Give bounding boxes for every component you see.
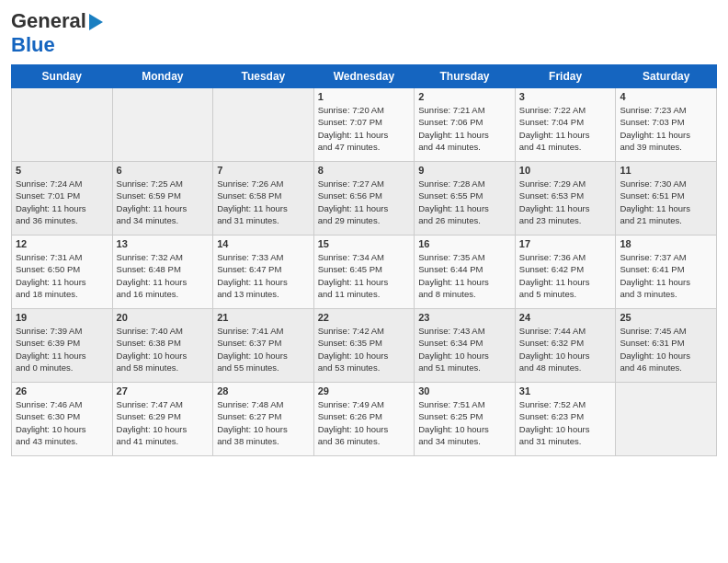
calendar-cell: 2Sunrise: 7:21 AM Sunset: 7:06 PM Daylig… bbox=[415, 88, 516, 162]
calendar-cell: 8Sunrise: 7:27 AM Sunset: 6:56 PM Daylig… bbox=[313, 162, 415, 236]
calendar-header-row: SundayMondayTuesdayWednesdayThursdayFrid… bbox=[12, 65, 717, 88]
header: General Blue bbox=[11, 9, 717, 57]
calendar-cell: 11Sunrise: 7:30 AM Sunset: 6:51 PM Dayli… bbox=[616, 162, 717, 236]
day-info: Sunrise: 7:26 AM Sunset: 6:58 PM Dayligh… bbox=[217, 178, 310, 226]
day-info: Sunrise: 7:29 AM Sunset: 6:53 PM Dayligh… bbox=[519, 178, 612, 226]
day-number: 6 bbox=[117, 165, 210, 176]
calendar-cell: 22Sunrise: 7:42 AM Sunset: 6:35 PM Dayli… bbox=[313, 309, 415, 383]
day-number: 4 bbox=[620, 91, 712, 102]
day-number: 28 bbox=[217, 385, 310, 396]
calendar-cell: 23Sunrise: 7:43 AM Sunset: 6:34 PM Dayli… bbox=[415, 309, 516, 383]
day-number: 30 bbox=[418, 385, 511, 396]
day-info: Sunrise: 7:37 AM Sunset: 6:41 PM Dayligh… bbox=[620, 251, 712, 300]
calendar-cell: 13Sunrise: 7:32 AM Sunset: 6:48 PM Dayli… bbox=[112, 236, 213, 309]
calendar-cell: 24Sunrise: 7:44 AM Sunset: 6:32 PM Dayli… bbox=[515, 309, 616, 383]
day-info: Sunrise: 7:23 AM Sunset: 7:03 PM Dayligh… bbox=[620, 104, 712, 153]
calendar-cell: 18Sunrise: 7:37 AM Sunset: 6:41 PM Dayli… bbox=[616, 236, 717, 309]
calendar-cell bbox=[616, 383, 717, 456]
day-info: Sunrise: 7:35 AM Sunset: 6:44 PM Dayligh… bbox=[418, 251, 511, 300]
calendar-cell: 6Sunrise: 7:25 AM Sunset: 6:59 PM Daylig… bbox=[112, 162, 213, 236]
calendar-cell: 14Sunrise: 7:33 AM Sunset: 6:47 PM Dayli… bbox=[213, 236, 314, 309]
calendar-cell: 20Sunrise: 7:40 AM Sunset: 6:38 PM Dayli… bbox=[112, 309, 213, 383]
calendar-cell: 25Sunrise: 7:45 AM Sunset: 6:31 PM Dayli… bbox=[616, 309, 717, 383]
day-info: Sunrise: 7:33 AM Sunset: 6:47 PM Dayligh… bbox=[217, 251, 310, 300]
day-info: Sunrise: 7:31 AM Sunset: 6:50 PM Dayligh… bbox=[16, 251, 108, 300]
day-number: 7 bbox=[217, 165, 310, 176]
day-header-sunday: Sunday bbox=[12, 65, 113, 88]
calendar-cell: 30Sunrise: 7:51 AM Sunset: 6:25 PM Dayli… bbox=[415, 383, 516, 456]
calendar-cell: 27Sunrise: 7:47 AM Sunset: 6:29 PM Dayli… bbox=[112, 383, 213, 456]
day-info: Sunrise: 7:40 AM Sunset: 6:38 PM Dayligh… bbox=[117, 325, 210, 373]
day-number: 16 bbox=[418, 238, 511, 249]
calendar-cell: 31Sunrise: 7:52 AM Sunset: 6:23 PM Dayli… bbox=[515, 383, 616, 456]
day-number: 19 bbox=[16, 312, 108, 323]
page-container: General Blue SundayMondayTuesdayWednesda… bbox=[0, 0, 728, 464]
day-info: Sunrise: 7:52 AM Sunset: 6:23 PM Dayligh… bbox=[519, 398, 612, 447]
day-info: Sunrise: 7:51 AM Sunset: 6:25 PM Dayligh… bbox=[418, 398, 511, 447]
day-number: 23 bbox=[418, 312, 511, 323]
day-number: 31 bbox=[519, 385, 612, 396]
day-header-friday: Friday bbox=[515, 65, 616, 88]
calendar-week-row: 5Sunrise: 7:24 AM Sunset: 7:01 PM Daylig… bbox=[12, 162, 717, 236]
day-info: Sunrise: 7:24 AM Sunset: 7:01 PM Dayligh… bbox=[16, 178, 108, 226]
day-number: 2 bbox=[418, 91, 511, 102]
logo-general: General bbox=[11, 9, 86, 33]
calendar-cell: 10Sunrise: 7:29 AM Sunset: 6:53 PM Dayli… bbox=[515, 162, 616, 236]
day-info: Sunrise: 7:44 AM Sunset: 6:32 PM Dayligh… bbox=[519, 325, 612, 373]
day-number: 11 bbox=[620, 165, 712, 176]
day-number: 5 bbox=[16, 165, 108, 176]
day-number: 22 bbox=[318, 312, 411, 323]
day-info: Sunrise: 7:30 AM Sunset: 6:51 PM Dayligh… bbox=[620, 178, 712, 226]
day-info: Sunrise: 7:27 AM Sunset: 6:56 PM Dayligh… bbox=[318, 178, 411, 226]
day-number: 20 bbox=[117, 312, 210, 323]
day-number: 10 bbox=[519, 165, 612, 176]
day-info: Sunrise: 7:22 AM Sunset: 7:04 PM Dayligh… bbox=[519, 104, 612, 153]
day-number: 3 bbox=[519, 91, 612, 102]
day-number: 29 bbox=[318, 385, 411, 396]
day-number: 14 bbox=[217, 238, 310, 249]
day-number: 9 bbox=[418, 165, 511, 176]
day-info: Sunrise: 7:34 AM Sunset: 6:45 PM Dayligh… bbox=[318, 251, 411, 300]
day-number: 27 bbox=[117, 385, 210, 396]
day-info: Sunrise: 7:21 AM Sunset: 7:06 PM Dayligh… bbox=[418, 104, 511, 153]
day-header-tuesday: Tuesday bbox=[213, 65, 314, 88]
day-header-saturday: Saturday bbox=[616, 65, 717, 88]
calendar-cell bbox=[12, 88, 113, 162]
day-info: Sunrise: 7:39 AM Sunset: 6:39 PM Dayligh… bbox=[16, 325, 108, 373]
logo-arrow-icon bbox=[89, 14, 103, 30]
calendar-cell: 29Sunrise: 7:49 AM Sunset: 6:26 PM Dayli… bbox=[313, 383, 415, 456]
day-number: 21 bbox=[217, 312, 310, 323]
calendar-cell bbox=[112, 88, 213, 162]
day-header-monday: Monday bbox=[112, 65, 213, 88]
calendar-cell: 12Sunrise: 7:31 AM Sunset: 6:50 PM Dayli… bbox=[12, 236, 113, 309]
calendar-cell: 9Sunrise: 7:28 AM Sunset: 6:55 PM Daylig… bbox=[415, 162, 516, 236]
day-number: 8 bbox=[318, 165, 411, 176]
day-number: 13 bbox=[117, 238, 210, 249]
day-info: Sunrise: 7:42 AM Sunset: 6:35 PM Dayligh… bbox=[318, 325, 411, 373]
calendar-cell: 1Sunrise: 7:20 AM Sunset: 7:07 PM Daylig… bbox=[313, 88, 415, 162]
calendar-week-row: 19Sunrise: 7:39 AM Sunset: 6:39 PM Dayli… bbox=[12, 309, 717, 383]
day-info: Sunrise: 7:43 AM Sunset: 6:34 PM Dayligh… bbox=[418, 325, 511, 373]
day-info: Sunrise: 7:36 AM Sunset: 6:42 PM Dayligh… bbox=[519, 251, 612, 300]
day-info: Sunrise: 7:47 AM Sunset: 6:29 PM Dayligh… bbox=[117, 398, 210, 447]
calendar-cell: 19Sunrise: 7:39 AM Sunset: 6:39 PM Dayli… bbox=[12, 309, 113, 383]
day-info: Sunrise: 7:45 AM Sunset: 6:31 PM Dayligh… bbox=[620, 325, 712, 373]
calendar-cell: 15Sunrise: 7:34 AM Sunset: 6:45 PM Dayli… bbox=[313, 236, 415, 309]
calendar-cell bbox=[213, 88, 314, 162]
day-header-wednesday: Wednesday bbox=[313, 65, 415, 88]
calendar-week-row: 26Sunrise: 7:46 AM Sunset: 6:30 PM Dayli… bbox=[12, 383, 717, 456]
day-info: Sunrise: 7:49 AM Sunset: 6:26 PM Dayligh… bbox=[318, 398, 411, 447]
calendar-cell: 26Sunrise: 7:46 AM Sunset: 6:30 PM Dayli… bbox=[12, 383, 113, 456]
day-info: Sunrise: 7:20 AM Sunset: 7:07 PM Dayligh… bbox=[318, 104, 411, 153]
calendar-cell: 7Sunrise: 7:26 AM Sunset: 6:58 PM Daylig… bbox=[213, 162, 314, 236]
calendar-cell: 16Sunrise: 7:35 AM Sunset: 6:44 PM Dayli… bbox=[415, 236, 516, 309]
day-number: 26 bbox=[16, 385, 108, 396]
calendar-cell: 17Sunrise: 7:36 AM Sunset: 6:42 PM Dayli… bbox=[515, 236, 616, 309]
day-info: Sunrise: 7:32 AM Sunset: 6:48 PM Dayligh… bbox=[117, 251, 210, 300]
day-info: Sunrise: 7:28 AM Sunset: 6:55 PM Dayligh… bbox=[418, 178, 511, 226]
day-info: Sunrise: 7:25 AM Sunset: 6:59 PM Dayligh… bbox=[117, 178, 210, 226]
day-number: 17 bbox=[519, 238, 612, 249]
calendar-cell: 21Sunrise: 7:41 AM Sunset: 6:37 PM Dayli… bbox=[213, 309, 314, 383]
day-info: Sunrise: 7:41 AM Sunset: 6:37 PM Dayligh… bbox=[217, 325, 310, 373]
day-number: 25 bbox=[620, 312, 712, 323]
